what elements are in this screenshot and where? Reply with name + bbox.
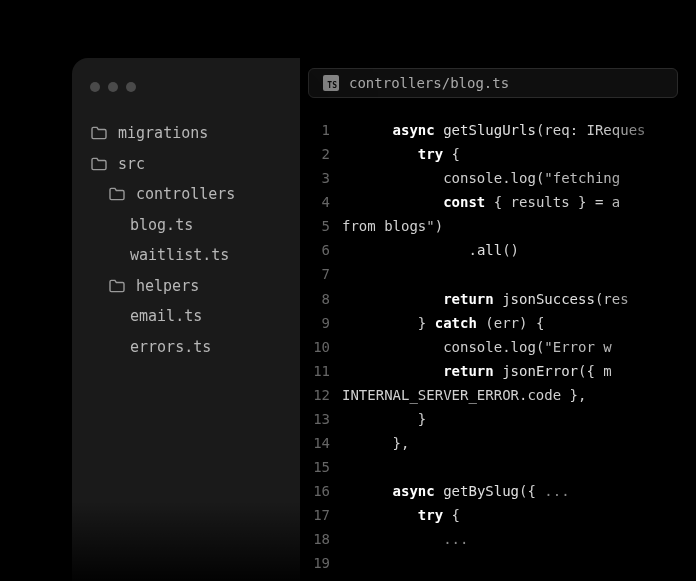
traffic-light-close[interactable] — [90, 82, 100, 92]
folder-icon — [108, 279, 126, 293]
editor-window: migrationssrccontrollersblog.tswaitlist.… — [72, 58, 696, 581]
tab-bar: TS controllers/blog.ts — [308, 58, 696, 108]
line-gutter: 12345678910111213141516171819 — [308, 118, 342, 575]
tab-blog-ts[interactable]: TS controllers/blog.ts — [308, 68, 678, 98]
line-number: 7 — [308, 262, 330, 286]
code-line: async getSlugUrls(req: IReques — [342, 118, 696, 142]
tree-item-label: blog.ts — [130, 211, 193, 240]
tree-item-label: controllers — [136, 180, 235, 209]
sidebar: migrationssrccontrollersblog.tswaitlist.… — [72, 58, 300, 581]
line-number: 6 — [308, 238, 330, 262]
tree-item-label: migrations — [118, 119, 208, 148]
line-number: 10 — [308, 335, 330, 359]
line-number: 11 — [308, 359, 330, 383]
tree-item-label: waitlist.ts — [130, 241, 229, 270]
code-line — [342, 551, 696, 575]
folder-controllers[interactable]: controllers — [90, 179, 292, 210]
folder-icon — [90, 126, 108, 140]
line-number: 9 — [308, 311, 330, 335]
tree-item-label: email.ts — [130, 302, 202, 331]
folder-icon — [108, 187, 126, 201]
code-line: return jsonSuccess(res — [342, 287, 696, 311]
folder-migrations[interactable]: migrations — [90, 118, 292, 149]
tree-item-label: errors.ts — [130, 333, 211, 362]
code-line: ... — [342, 527, 696, 551]
sidebar-fade — [72, 501, 300, 581]
tab-path: controllers/blog.ts — [349, 75, 509, 91]
code-line — [342, 262, 696, 286]
line-number: 19 — [308, 551, 330, 575]
line-number: 1 — [308, 118, 330, 142]
code-content[interactable]: async getSlugUrls(req: IReques try { con… — [342, 118, 696, 575]
traffic-light-zoom[interactable] — [126, 82, 136, 92]
folder-src[interactable]: src — [90, 149, 292, 180]
traffic-light-minimize[interactable] — [108, 82, 118, 92]
code-line: try { — [342, 503, 696, 527]
code-line: const { results } = a — [342, 190, 696, 214]
editor-pane: TS controllers/blog.ts 12345678910111213… — [300, 58, 696, 581]
tree-item-label: helpers — [136, 272, 199, 301]
folder-helpers[interactable]: helpers — [90, 271, 292, 302]
code-line: .all() — [342, 238, 696, 262]
code-line: INTERNAL_SERVER_ERROR.code }, — [342, 383, 696, 407]
code-line: from blogs") — [342, 214, 696, 238]
window-controls — [72, 68, 300, 110]
code-line: return jsonError({ m — [342, 359, 696, 383]
code-line: } catch (err) { — [342, 311, 696, 335]
line-number: 17 — [308, 503, 330, 527]
line-number: 16 — [308, 479, 330, 503]
code-line: try { — [342, 142, 696, 166]
typescript-icon: TS — [323, 75, 339, 91]
line-number: 3 — [308, 166, 330, 190]
line-number: 8 — [308, 287, 330, 311]
line-number: 18 — [308, 527, 330, 551]
code-line — [342, 455, 696, 479]
code-line: console.log("Error w — [342, 335, 696, 359]
file-waitlist-ts[interactable]: waitlist.ts — [90, 240, 292, 271]
line-number: 2 — [308, 142, 330, 166]
code-line: } — [342, 407, 696, 431]
file-errors-ts[interactable]: errors.ts — [90, 332, 292, 363]
line-number: 15 — [308, 455, 330, 479]
code-line: async getBySlug({ ... — [342, 479, 696, 503]
code-line: console.log("fetching — [342, 166, 696, 190]
tree-item-label: src — [118, 150, 145, 179]
code-line: }, — [342, 431, 696, 455]
file-blog-ts[interactable]: blog.ts — [90, 210, 292, 241]
file-email-ts[interactable]: email.ts — [90, 301, 292, 332]
file-tree: migrationssrccontrollersblog.tswaitlist.… — [72, 110, 300, 370]
line-number: 13 — [308, 407, 330, 431]
code-area[interactable]: 12345678910111213141516171819 async getS… — [308, 108, 696, 575]
line-number: 4 — [308, 190, 330, 214]
line-number: 5 — [308, 214, 330, 238]
folder-icon — [90, 157, 108, 171]
line-number: 14 — [308, 431, 330, 455]
line-number: 12 — [308, 383, 330, 407]
